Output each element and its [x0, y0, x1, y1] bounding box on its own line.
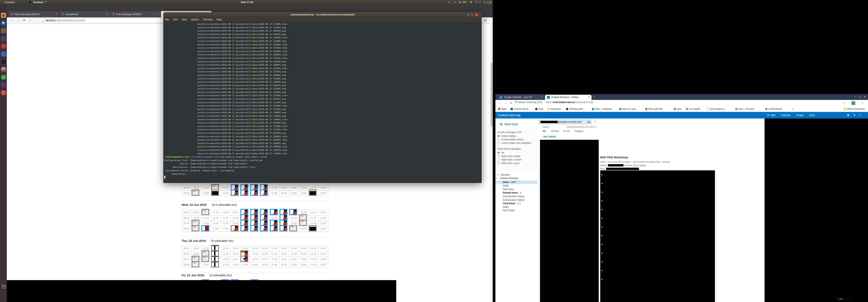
screenshot-thumbnail[interactable]: [241, 256, 248, 262]
screenshot-thumbnail[interactable]: [289, 225, 297, 231]
dock-icon-media-red[interactable]: [1, 90, 6, 95]
back-button[interactable]: ←: [11, 19, 13, 22]
bookmark-item[interactable]: spss: [674, 108, 682, 110]
folder-junk-email[interactable]: Junk Email[32]: [495, 202, 537, 205]
radio-icon[interactable]: [497, 135, 500, 137]
radio-icon[interactable]: [497, 162, 500, 164]
new-tab-button[interactable]: +: [593, 95, 595, 99]
dock-icon-purple-app[interactable]: [1, 82, 6, 88]
forward-button[interactable]: →: [17, 19, 20, 22]
folder-drafts[interactable]: Drafts: [495, 184, 537, 188]
folder-notes[interactable]: Notes: [495, 205, 537, 209]
include-from-option[interactable]: Current folder and subfolders: [497, 142, 531, 144]
owa-nav-mail[interactable]: Mail: [771, 114, 775, 116]
bookmark-item[interactable]: csv-exploit: [686, 108, 700, 110]
activities-button[interactable]: Activities: [5, 1, 14, 4]
radio-icon[interactable]: [497, 152, 500, 154]
scrollbar-thumb[interactable]: [491, 63, 493, 126]
screenshot-thumbnail[interactable]: [202, 256, 209, 262]
folder-conversation-history[interactable]: Conversation History: [495, 198, 537, 202]
menu-edit[interactable]: Edit: [172, 18, 179, 21]
bookmarks-overflow-chevron[interactable]: »: [792, 108, 794, 110]
focused-app-menu[interactable]: Terminal: [33, 1, 43, 4]
person-icon[interactable]: 👤︎: [847, 114, 849, 116]
screenshot-thumbnail[interactable]: [299, 220, 307, 226]
bookmark-item[interactable]: timesheet: [548, 108, 561, 110]
bookmark-item[interactable]: unintentional...: [765, 108, 783, 110]
bookmark-star-icon[interactable]: ☆: [842, 101, 845, 105]
dock-icon-files[interactable]: [1, 28, 6, 33]
menu-view[interactable]: View: [180, 18, 189, 21]
filter-unread[interactable]: Unread: [551, 130, 559, 132]
other-bookmarks[interactable]: Other bookmarks: [844, 108, 865, 110]
screenshot-thumbnail[interactable]: [231, 190, 239, 196]
screenshot-thumbnail[interactable]: [260, 190, 268, 196]
menu-help[interactable]: Help: [215, 18, 223, 21]
screenshot-thumbnail[interactable]: [260, 225, 268, 231]
map-link[interactable]: (map): [640, 164, 645, 166]
site-info-icon[interactable]: i: [41, 20, 44, 23]
bookmark-item[interactable]: Microsoft Offi...: [645, 108, 664, 110]
show-these-option[interactable]: Older than a year: [497, 162, 520, 165]
bluetooth-icon[interactable]: ᛒ: [479, 1, 481, 4]
filter-flagged[interactable]: Flagged: [574, 130, 583, 132]
bookmark-item[interactable]: Working with...: [566, 108, 584, 110]
close-button[interactable]: ✕: [864, 95, 866, 98]
clock[interactable]: Wed 17:00: [241, 1, 253, 4]
dock-icon-terminal-dark[interactable]: [1, 59, 6, 65]
tab-close-icon[interactable]: ✕: [588, 96, 590, 98]
screenshot-thumbnail[interactable]: [270, 225, 278, 231]
search-box[interactable]: "@student.monash.edu": [538, 120, 591, 124]
folder-rss-feeds[interactable]: RSS Feeds: [495, 209, 537, 212]
favorites-node[interactable]: ▶Favorites: [495, 173, 537, 176]
browser-tab[interactable]: From Saturday 25/05/20✕: [9, 11, 59, 18]
filter-all[interactable]: All: [542, 130, 546, 132]
screenshot-thumbnail[interactable]: [289, 209, 297, 215]
browser-tab[interactable]: oAndrew Simmons - Outloo✕: [545, 95, 591, 100]
account-node[interactable]: ◢Andrew Simmons: [495, 176, 537, 180]
menu-file[interactable]: File: [163, 18, 171, 21]
tab-close-icon[interactable]: ✕: [157, 13, 159, 15]
dock-icon-editor[interactable]: [1, 36, 6, 41]
bookmark-item[interactable]: Apps: [498, 108, 507, 110]
show-applications-icon[interactable]: [1, 284, 6, 289]
owa-brand[interactable]: Outlook Web App: [498, 113, 521, 117]
page-scrollbar[interactable]: [490, 24, 493, 302]
tab-close-icon[interactable]: ✕: [541, 96, 543, 98]
omnibox[interactable]: Deakin University [AU]|https://mail.deak…: [515, 101, 868, 105]
show-these-option[interactable]: Older than a month: [497, 158, 521, 161]
screenshot-thumbnail[interactable]: [280, 225, 287, 231]
bookmark-item[interactable]: Czar: [535, 108, 543, 110]
screenshot-thumbnail[interactable]: [270, 209, 278, 215]
folder-conversation-history[interactable]: Conversation History: [495, 195, 537, 198]
minimize-button[interactable]: [466, 13, 470, 16]
radio-icon[interactable]: [497, 155, 500, 157]
back-button[interactable]: ←: [498, 101, 501, 104]
screenshot-thumbnail[interactable]: [309, 225, 317, 231]
owa-nav-calendar[interactable]: Calendar: [781, 114, 791, 116]
folder-sent-items[interactable]: Sent Items: [495, 188, 537, 191]
collapse-arrow-icon[interactable]: ◢: [495, 177, 498, 179]
maximize-button[interactable]: [471, 13, 474, 16]
screenshot-thumbnail[interactable]: [211, 190, 219, 196]
screenshot-thumbnail[interactable]: [192, 190, 199, 196]
gear-icon[interactable]: ⚙: [853, 114, 856, 116]
new-mail-button[interactable]: ⊕New mail: [500, 122, 518, 126]
browser-tab[interactable]: From Saturday 25/05/20✕: [110, 11, 161, 18]
bookmark-item[interactable]: How do I get...: [619, 108, 638, 110]
clear-search-icon[interactable]: ✕: [594, 120, 596, 123]
menu-search[interactable]: Search: [189, 18, 201, 21]
folder-deleted-items[interactable]: Deleted Items1: [495, 191, 537, 195]
tab-close-icon[interactable]: ✕: [106, 13, 108, 15]
screenshot-thumbnail[interactable]: [231, 225, 239, 231]
slack-tray-icon[interactable]: [470, 1, 472, 3]
owa-nav-tasks[interactable]: Tasks: [809, 114, 815, 116]
include-from-option[interactable]: Current folder (Inbox): [497, 138, 524, 141]
forward-button[interactable]: →: [504, 101, 507, 104]
dock-icon-firefox[interactable]: [1, 13, 6, 18]
hamburger-menu-icon[interactable]: ☰: [484, 19, 487, 22]
terminal-titlebar[interactable]: andrew@andrew-ltp: ~/src/web/vismodel-or…: [163, 12, 482, 18]
dock-icon-green-app[interactable]: [1, 75, 6, 80]
screenshot-thumbnail[interactable]: [250, 190, 258, 196]
filter-to-me[interactable]: To me: [563, 130, 570, 132]
